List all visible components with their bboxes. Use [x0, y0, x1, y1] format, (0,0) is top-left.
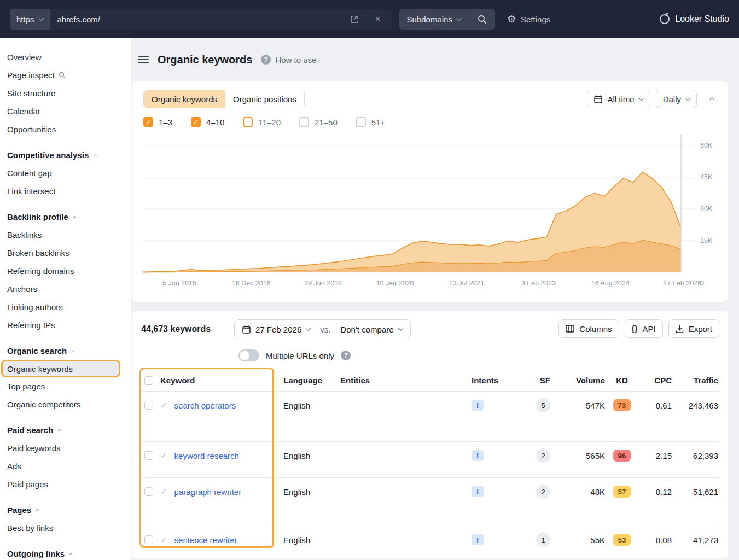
keyword-link[interactable]: search operators — [174, 401, 236, 410]
sidebar-item-broken-backlinks[interactable]: Broken backlinks — [0, 244, 131, 262]
sidebar-item-paid-keywords[interactable]: Paid keywords — [0, 439, 131, 457]
keyword-link[interactable]: keyword research — [174, 451, 239, 460]
search-button[interactable] — [469, 9, 495, 30]
position-filter-11-20[interactable]: 11–20 — [243, 117, 281, 127]
sidebar-item-link-intersect[interactable]: Link intersect — [0, 182, 131, 200]
tab-organic-keywords[interactable]: Organic keywords — [144, 90, 225, 108]
sidebar-section-header-outgoing-links[interactable]: Outgoing links — [0, 545, 131, 560]
intent-badge[interactable]: I — [472, 400, 484, 411]
columns-label: Columns — [579, 324, 612, 334]
sidebar-section-header-competitive-analysis[interactable]: Competitive analysis — [0, 146, 131, 164]
api-button[interactable]: {} API — [625, 319, 663, 338]
sidebar-item-organic-competitors[interactable]: Organic competitors — [0, 395, 131, 413]
export-label: Export — [689, 324, 712, 334]
keyword-cell: ✓search operators — [141, 398, 272, 412]
position-filter-21-50[interactable]: 21–50 — [299, 117, 338, 127]
checkbox-icon[interactable] — [243, 117, 253, 127]
sidebar-item-label: Opportunities — [7, 125, 56, 134]
sidebar-item-site-structure[interactable]: Site structure — [0, 84, 131, 102]
calendar-icon — [594, 95, 602, 103]
row-checkbox[interactable] — [144, 535, 153, 544]
row-checkbox[interactable] — [144, 401, 153, 410]
hamburger-menu-button[interactable] — [138, 55, 149, 64]
time-range-button[interactable]: All time — [587, 90, 650, 108]
column-header-intents[interactable]: Intents — [461, 374, 511, 388]
sidebar-section-header-pages[interactable]: Pages — [0, 501, 131, 519]
date-picker-button[interactable]: 27 Feb 2026 — [242, 325, 310, 334]
tab-organic-positions[interactable]: Organic positions — [225, 90, 304, 108]
language-label: English — [283, 487, 310, 497]
keyword-link[interactable]: paragraph rewriter — [174, 487, 242, 497]
sidebar-item-label: Site structure — [7, 89, 55, 98]
checkbox-icon[interactable]: ✓ — [143, 117, 153, 127]
checkbox-icon[interactable] — [299, 117, 309, 127]
settings-button[interactable]: ⚙ Settings — [507, 14, 550, 24]
volume-value: 48K — [590, 487, 605, 497]
column-header-keyword[interactable]: Keyword — [141, 374, 272, 388]
sidebar-item-overview[interactable]: Overview — [0, 48, 131, 66]
entities-cell — [329, 398, 461, 412]
sidebar-item-page-inspect[interactable]: Page inspect — [0, 66, 131, 84]
sidebar-item-calendar[interactable]: Calendar — [0, 102, 131, 120]
checkbox-icon[interactable]: ✓ — [191, 117, 201, 127]
sidebar-item-ads[interactable]: Ads — [0, 457, 131, 475]
checkbox-icon[interactable] — [356, 117, 366, 127]
collapse-chart-button[interactable] — [707, 91, 717, 107]
position-filter-4-10[interactable]: ✓4–10 — [191, 117, 224, 127]
row-checkbox[interactable] — [144, 487, 153, 496]
check-icon[interactable]: ✓ — [160, 487, 167, 497]
column-header-entities[interactable]: Entities — [329, 374, 461, 388]
sidebar-item-label: Best by links — [7, 523, 53, 533]
row-checkbox[interactable] — [144, 451, 153, 460]
sidebar-item-linking-authors[interactable]: Linking authors — [0, 298, 131, 316]
column-header-language[interactable]: Language — [272, 374, 329, 388]
check-icon[interactable]: ✓ — [160, 535, 167, 545]
sidebar-item-top-pages[interactable]: Top pages — [0, 377, 131, 395]
open-external-icon[interactable] — [347, 12, 362, 26]
column-header-sf[interactable]: SF — [511, 374, 551, 388]
section-header-label: Competitive analysis — [7, 150, 89, 160]
granularity-button[interactable]: Daily — [656, 90, 697, 108]
compare-dropdown[interactable]: Don't compare — [340, 325, 402, 334]
sidebar-item-anchors[interactable]: Anchors — [0, 280, 131, 298]
position-filter-1-3[interactable]: ✓1–3 — [143, 117, 172, 127]
intent-badge[interactable]: I — [472, 450, 484, 461]
scope-group: Subdomains — [399, 9, 495, 30]
sidebar-item-label: Paid keywords — [7, 444, 61, 453]
chevron-up-icon — [57, 429, 61, 433]
sidebar-item-label: Broken backlinks — [7, 248, 69, 258]
protocol-dropdown[interactable]: https — [10, 9, 50, 30]
language-label: English — [283, 451, 310, 460]
check-icon[interactable]: ✓ — [160, 451, 167, 460]
check-icon[interactable]: ✓ — [160, 400, 167, 410]
multiple-urls-toggle[interactable] — [238, 349, 259, 361]
clear-icon[interactable]: × — [371, 12, 385, 26]
select-all-checkbox[interactable] — [144, 376, 153, 385]
sidebar-item-referring-ips[interactable]: Referring IPs — [0, 316, 131, 334]
sidebar-item-referring-domains[interactable]: Referring domains — [0, 262, 131, 280]
intent-badge[interactable]: I — [472, 534, 484, 545]
sidebar-item-opportunities[interactable]: Opportunities — [0, 120, 131, 138]
sidebar-item-backlinks[interactable]: Backlinks — [0, 226, 131, 244]
sidebar-item-content-gap[interactable]: Content gap — [0, 164, 131, 182]
subdomains-dropdown[interactable]: Subdomains — [399, 15, 469, 24]
organic-keywords-chart[interactable]: 60K45K30K15K5 Jun 201516 Dec 201629 Jun … — [143, 135, 717, 296]
intent-badge[interactable]: I — [472, 486, 484, 497]
sidebar-section-header-organic-search[interactable]: Organic search — [0, 342, 131, 360]
sidebar-item-label: Organic keywords — [7, 364, 73, 374]
sidebar-section-header-backlink-profile[interactable]: Backlink profile — [0, 208, 131, 226]
sidebar-item-paid-pages[interactable]: Paid pages — [0, 475, 131, 493]
export-button[interactable]: Export — [668, 319, 719, 338]
how-to-use-link[interactable]: ? How to use — [261, 55, 316, 65]
url-input[interactable]: ahrefs.com/ × — [50, 9, 392, 30]
column-header-volume[interactable]: Volume — [551, 374, 606, 388]
position-filter-51[interactable]: 51+ — [356, 117, 385, 127]
sidebar-item-best-by-links[interactable]: Best by links — [0, 519, 131, 537]
columns-button[interactable]: Columns — [558, 319, 619, 338]
sidebar-section-header-paid-search[interactable]: Paid search — [0, 421, 131, 439]
keyword-link[interactable]: sentence rewriter — [174, 535, 237, 545]
sidebar-item-organic-keywords[interactable]: Organic keywords — [1, 360, 120, 377]
column-header-cpc[interactable]: CPC — [638, 374, 673, 388]
column-header-traffic[interactable]: Traffic — [673, 374, 719, 388]
column-header-kd[interactable]: KD — [606, 374, 638, 388]
